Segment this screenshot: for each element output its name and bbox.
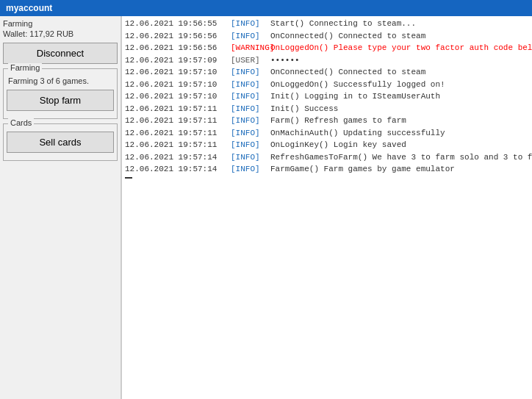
log-timestamp: 12.06.2021 19:57:09	[125, 54, 228, 67]
cursor	[125, 177, 132, 179]
log-entry: 12.06.2021 19:57:10 [INFO] OnConnected()…	[125, 66, 529, 79]
log-timestamp: 12.06.2021 19:57:10	[125, 90, 228, 103]
log-entry: 12.06.2021 19:56:55 [INFO] Start() Conne…	[125, 18, 529, 30]
farming-status: Farming 3 of 6 games.	[7, 76, 114, 85]
log-message: OnLoginKey() Login key saved	[270, 139, 406, 151]
log-entry: 12.06.2021 19:57:11 [INFO] OnLoginKey() …	[125, 139, 529, 151]
log-level: [INFO]	[231, 18, 267, 30]
log-entry: 12.06.2021 19:57:11 [INFO] Init() Succes…	[125, 103, 529, 115]
log-message: Farm() Refresh games to farm	[270, 115, 406, 127]
log-timestamp: 12.06.2021 19:56:55	[125, 18, 228, 30]
stop-farm-button[interactable]: Stop farm	[7, 90, 114, 111]
main-container: Farming Wallet: 117,92 RUB Disconnect Fa…	[0, 16, 532, 399]
sidebar: Farming Wallet: 117,92 RUB Disconnect Fa…	[0, 16, 121, 399]
log-level: [INFO]	[231, 151, 267, 164]
log-timestamp: 12.06.2021 19:57:11	[125, 103, 228, 115]
log-level: [INFO]	[231, 30, 267, 43]
log-level: [INFO]	[231, 90, 267, 103]
log-timestamp: 12.06.2021 19:56:56	[125, 30, 228, 43]
log-message: FarmGame() Farm games by game emulator	[270, 163, 455, 176]
title-label: myaccount	[6, 3, 52, 13]
log-level: [INFO]	[231, 103, 267, 115]
log-message: Start() Connecting to steam...	[270, 18, 416, 30]
log-message: Init() Logging in to ISteamUserAuth	[270, 90, 440, 103]
log-timestamp: 12.06.2021 19:57:11	[125, 127, 228, 140]
log-entry: 12.06.2021 19:57:14 [INFO] FarmGame() Fa…	[125, 163, 529, 176]
log-entry: 12.06.2021 19:57:11 [INFO] Farm() Refres…	[125, 115, 529, 127]
account-section-title: Farming	[3, 19, 118, 28]
log-message: OnLoggedOn() Successfully logged on!	[270, 79, 445, 91]
log-level: [INFO]	[231, 163, 267, 176]
log-message: Init() Success	[270, 103, 338, 115]
log-timestamp: 12.06.2021 19:57:10	[125, 66, 228, 79]
log-timestamp: 12.06.2021 19:57:14	[125, 163, 228, 176]
log-level: [WARNING]	[231, 42, 267, 54]
log-entry: 12.06.2021 19:56:56 [INFO] OnConnected()…	[125, 30, 529, 43]
cards-group: Cards Sell cards	[3, 123, 118, 161]
log-timestamp: 12.06.2021 19:57:14	[125, 151, 228, 164]
log-level: [INFO]	[231, 115, 267, 127]
log-timestamp: 12.06.2021 19:57:11	[125, 115, 228, 127]
log-entry: 12.06.2021 19:57:10 [INFO] OnLoggedOn() …	[125, 79, 529, 91]
log-message: OnMachinAuth() Updating successfully	[270, 127, 445, 140]
farming-group-title: Farming	[8, 63, 42, 72]
log-entry: 12.06.2021 19:57:10 [INFO] Init() Loggin…	[125, 90, 529, 103]
disconnect-button[interactable]: Disconnect	[3, 43, 118, 64]
log-message: OnConnected() Connected to steam	[270, 30, 425, 43]
log-message: RefreshGamesToFarm() We have 3 to farm s…	[270, 151, 532, 164]
log-message: OnConnected() Connected to steam	[270, 66, 425, 79]
wallet-label: Wallet: 117,92 RUB	[3, 29, 118, 38]
log-entry: 12.06.2021 19:56:56 [WARNING] OnLoggedOn…	[125, 42, 529, 54]
log-level: [INFO]	[231, 66, 267, 79]
log-timestamp: 12.06.2021 19:57:10	[125, 79, 228, 91]
log-message: ••••••	[270, 54, 300, 67]
log-panel: 12.06.2021 19:56:55 [INFO] Start() Conne…	[121, 16, 532, 399]
log-timestamp: 12.06.2021 19:56:56	[125, 42, 228, 54]
log-level: [INFO]	[231, 127, 267, 140]
log-timestamp: 12.06.2021 19:57:11	[125, 139, 228, 151]
cards-group-title: Cards	[8, 118, 34, 127]
farming-group: Farming Farming 3 of 6 games. Stop farm	[3, 68, 118, 119]
log-entry: 12.06.2021 19:57:09 [USER] ••••••	[125, 54, 529, 67]
title-bar: myaccount	[0, 0, 532, 16]
log-entry: 12.06.2021 19:57:14 [INFO] RefreshGamesT…	[125, 151, 529, 164]
log-level: [INFO]	[231, 79, 267, 91]
log-level: [USER]	[231, 54, 267, 67]
log-level: [INFO]	[231, 139, 267, 151]
sell-cards-button[interactable]: Sell cards	[7, 132, 114, 153]
log-message: OnLoggedOn() Please type your two factor…	[270, 42, 532, 54]
log-entry: 12.06.2021 19:57:11 [INFO] OnMachinAuth(…	[125, 127, 529, 140]
